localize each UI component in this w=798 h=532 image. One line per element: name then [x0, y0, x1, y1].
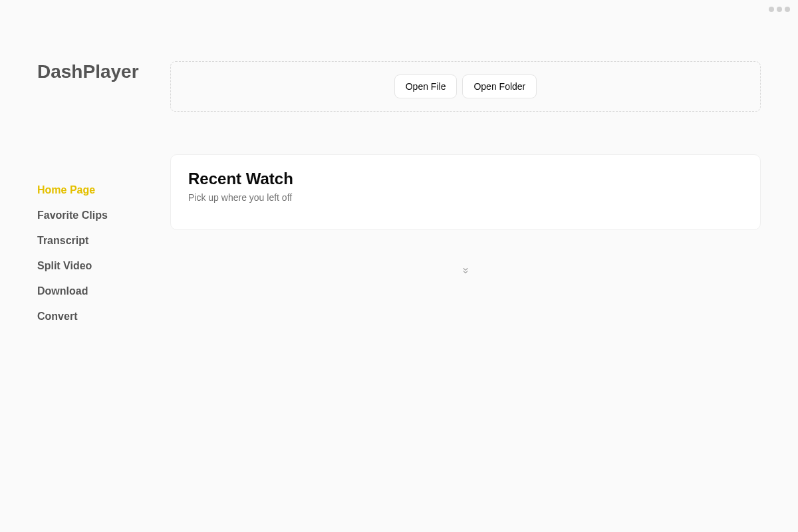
open-file-button[interactable]: Open File: [394, 74, 458, 98]
window-dot[interactable]: [777, 7, 782, 12]
sidebar-item-split-video[interactable]: Split Video: [37, 255, 170, 277]
nav-list: Home Page Favorite Clips Transcript Spli…: [37, 179, 170, 328]
window-dot[interactable]: [769, 7, 774, 12]
main-area: Open File Open Folder Recent Watch Pick …: [170, 61, 761, 275]
sidebar-item-convert[interactable]: Convert: [37, 305, 170, 328]
window-dot[interactable]: [785, 7, 790, 12]
app-title: DashPlayer: [37, 61, 170, 82]
recent-watch-card: Recent Watch Pick up where you left off: [170, 154, 761, 230]
sidebar-item-transcript[interactable]: Transcript: [37, 229, 170, 252]
sidebar: DashPlayer Home Page Favorite Clips Tran…: [0, 0, 170, 532]
sidebar-item-favorite-clips[interactable]: Favorite Clips: [37, 204, 170, 227]
window-controls: [769, 7, 790, 12]
recent-watch-title: Recent Watch: [188, 170, 743, 188]
chevrons-down-icon[interactable]: [170, 266, 761, 275]
file-dropzone[interactable]: Open File Open Folder: [170, 61, 761, 112]
open-folder-button[interactable]: Open Folder: [462, 74, 537, 98]
sidebar-item-home-page[interactable]: Home Page: [37, 179, 170, 201]
recent-watch-subtitle: Pick up where you left off: [188, 192, 743, 203]
sidebar-item-download[interactable]: Download: [37, 280, 170, 303]
